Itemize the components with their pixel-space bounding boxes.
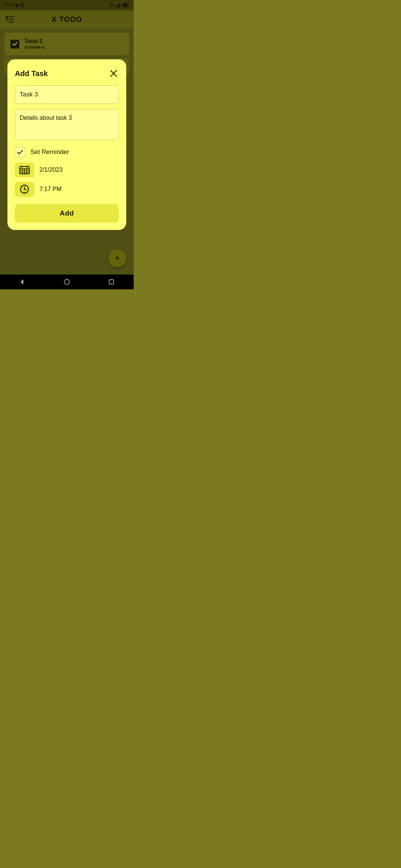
time-value: 7:17 PM bbox=[39, 186, 62, 193]
add-task-dialog: Add Task Set Reminder bbox=[7, 59, 126, 230]
reminder-checkbox[interactable] bbox=[15, 147, 25, 157]
date-picker-button[interactable] bbox=[15, 162, 34, 177]
task-details-input[interactable] bbox=[15, 109, 119, 140]
dialog-close-button[interactable] bbox=[108, 68, 119, 79]
dialog-overlay[interactable]: Add Task Set Reminder bbox=[0, 0, 134, 289]
reminder-row: Set Reminder bbox=[15, 147, 119, 157]
reminder-check-icon bbox=[17, 150, 23, 155]
reminder-label: Set Reminder bbox=[30, 148, 69, 156]
clock-icon bbox=[20, 184, 29, 194]
calendar-icon bbox=[19, 165, 30, 174]
time-row: 7:17 PM bbox=[15, 182, 119, 197]
svg-rect-25 bbox=[23, 193, 26, 194]
task-name-input[interactable] bbox=[15, 85, 119, 104]
add-task-button[interactable]: Add bbox=[15, 204, 119, 223]
svg-rect-24 bbox=[23, 185, 26, 186]
date-value: 2/1/2023 bbox=[39, 167, 62, 173]
dialog-header: Add Task bbox=[15, 68, 119, 79]
dialog-title: Add Task bbox=[15, 69, 48, 78]
time-picker-button[interactable] bbox=[15, 182, 34, 197]
date-row: 2/1/2023 bbox=[15, 162, 119, 177]
close-icon bbox=[110, 70, 117, 77]
